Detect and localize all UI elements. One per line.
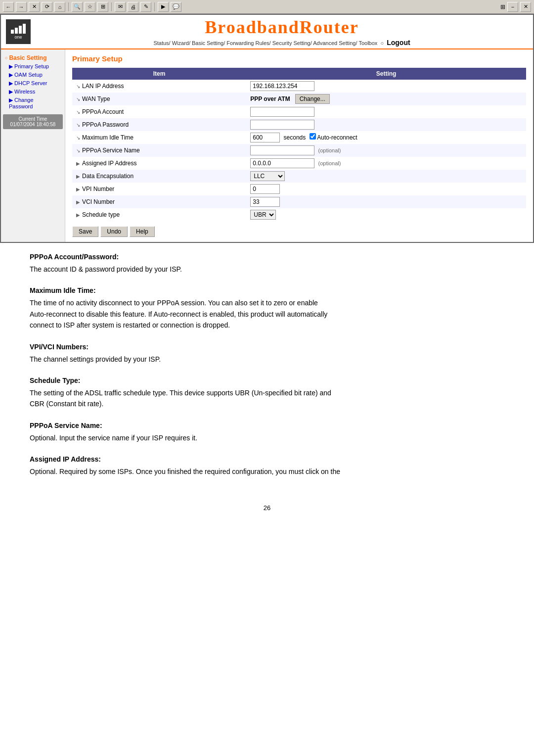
media-button[interactable]: ▶ — [158, 2, 169, 12]
pppoa-account-input[interactable] — [250, 107, 314, 117]
change-wan-button[interactable]: Change... — [295, 94, 330, 104]
mail-button[interactable]: ✉ — [115, 2, 126, 12]
nav-toolbox[interactable]: Toolbox — [358, 40, 377, 46]
vci-label: VCI Number — [82, 198, 115, 205]
discuss-button[interactable]: 💬 — [171, 2, 181, 12]
help-pppoa-account-title: PPPoA Account/Password: — [30, 253, 504, 261]
arrow-pppoa-pass: ↘ — [76, 122, 80, 128]
refresh-button[interactable]: ⟳ — [42, 2, 52, 12]
current-time-box: Current Time 01/07/2004 18:40:58 — [3, 114, 63, 129]
browser-nav-buttons: ← → ✕ ⟳ ⌂ 🔍 ☆ ⊞ ✉ 🖨 ✎ ▶ 💬 — [3, 2, 181, 12]
assigned-ip-input[interactable] — [250, 158, 314, 168]
help-schedule-type-text: The setting of the ADSL traffic schedule… — [30, 387, 504, 410]
forward-button[interactable]: → — [16, 2, 27, 12]
brand-area: BroadbandRouter Status/ Wizard/ Basic Se… — [36, 17, 528, 47]
sidebar-item-wireless[interactable]: ▶ Wireless — [1, 88, 65, 96]
router-logo: one — [6, 19, 31, 44]
toolbar-divider2 — [111, 2, 112, 11]
sidebar-item-basic-setting[interactable]: ○ Basic Setting — [1, 53, 65, 62]
service-name-input[interactable] — [250, 145, 314, 155]
form-buttons: Save Undo Help — [72, 226, 526, 237]
auto-reconnect-checkbox[interactable] — [310, 133, 316, 140]
label-vci: ▶ VCI Number — [72, 195, 246, 208]
table-row: ▶ Assigned IP Address (optional) — [72, 157, 526, 170]
edit-button[interactable]: ✎ — [140, 2, 151, 12]
assigned-ip-optional: (optional) — [318, 160, 341, 166]
setting-schedule: UBR CBR — [246, 208, 526, 221]
sidebar-item-primary-setup[interactable]: ▶ Primary Setup — [1, 62, 65, 71]
minimize-button[interactable]: − — [507, 2, 518, 12]
nav-basic[interactable]: Basic Setting/ — [192, 40, 225, 46]
arrow-wan: ↘ — [76, 96, 80, 102]
search-button[interactable]: 🔍 — [72, 2, 83, 12]
pppoa-account-label: PPPoA Account — [82, 108, 124, 115]
label-wan-type: ↘ WAN Type — [72, 93, 246, 105]
toolbar-divider3 — [154, 2, 155, 11]
print-button[interactable]: 🖨 — [128, 2, 138, 12]
arrow-lan: ↘ — [76, 84, 80, 89]
nav-advanced[interactable]: Advanced Setting/ — [313, 40, 357, 46]
sidebar-item-dhcp-server[interactable]: ▶ DHCP Server — [1, 79, 65, 88]
setting-wan-type: PPP over ATM Change... — [246, 93, 526, 105]
settings-table: Item Setting ↘ LAN IP Address — [72, 68, 526, 221]
stop-button[interactable]: ✕ — [29, 2, 40, 12]
help-assigned-ip: Assigned IP Address: Optional. Required … — [30, 455, 504, 477]
lan-ip-label: LAN IP Address — [82, 83, 124, 90]
help-button[interactable]: Help — [130, 226, 155, 237]
table-row: ↘ PPPoA Account — [72, 105, 526, 118]
service-name-optional: (optional) — [318, 147, 341, 153]
encapsulation-select[interactable]: LLC VC-Mux — [250, 171, 285, 181]
nav-status[interactable]: Status/ — [153, 40, 170, 46]
label-vpi: ▶ VPI Number — [72, 183, 246, 195]
close-button[interactable]: ✕ — [520, 2, 531, 12]
logout-button[interactable]: Logout — [387, 39, 410, 47]
nav-security[interactable]: Security Setting/ — [272, 40, 312, 46]
nav-forwarding[interactable]: Forwarding Rules/ — [226, 40, 270, 46]
vpi-input[interactable] — [250, 184, 280, 194]
logo-label: one — [14, 35, 22, 40]
home-button[interactable]: ⌂ — [54, 2, 65, 12]
nav-wizard[interactable]: Wizard/ — [172, 40, 190, 46]
label-lan-ip: ↘ LAN IP Address — [72, 80, 246, 93]
back-button[interactable]: ← — [3, 2, 14, 12]
service-name-label: PPPoA Service Name — [82, 147, 140, 154]
lan-ip-input[interactable] — [250, 81, 314, 91]
current-time-value: 01/07/2004 18:40:58 — [6, 122, 60, 127]
arrow-icon-wireless: ▶ — [9, 89, 13, 94]
seconds-label: seconds — [284, 134, 306, 141]
setting-vci — [246, 195, 526, 208]
label-pppoa-account: ↘ PPPoA Account — [72, 105, 246, 118]
setting-vpi — [246, 183, 526, 195]
sidebar-item-oam-setup[interactable]: ▶ OAM Setup — [1, 71, 65, 79]
setting-service-name: (optional) — [246, 144, 526, 157]
help-max-idle-title: Maximum Idle Time: — [30, 286, 504, 294]
favorites-button[interactable]: ☆ — [85, 2, 95, 12]
arrow-icon-dhcp: ▶ — [9, 80, 13, 86]
sidebar-item-change-password[interactable]: ▶ Change Password — [1, 96, 65, 110]
label-service-name: ↘ PPPoA Service Name — [72, 144, 246, 157]
pppoa-password-input[interactable] — [250, 120, 314, 130]
help-service-name-text: Optional. Input the service name if your… — [30, 432, 504, 443]
col-item: Item — [72, 68, 246, 80]
toolbar-divider — [68, 2, 69, 11]
assigned-ip-label: Assigned IP Address — [82, 160, 137, 167]
arrow-icon-password: ▶ — [9, 97, 13, 103]
help-schedule-type: Schedule Type: The setting of the ADSL t… — [30, 377, 504, 410]
table-row: ↘ LAN IP Address — [72, 80, 526, 93]
router-body: ○ Basic Setting ▶ Primary Setup ▶ OAM Se… — [1, 49, 533, 242]
col-setting: Setting — [246, 68, 526, 80]
grid-icon: ⊞ — [500, 3, 505, 10]
window-controls: ⊞ − ✕ — [500, 2, 531, 12]
arrow-pppoa-acct: ↘ — [76, 109, 80, 115]
help-service-name-title: PPPoA Service Name: — [30, 422, 504, 429]
max-idle-input[interactable] — [250, 133, 280, 142]
schedule-select[interactable]: UBR CBR — [250, 210, 276, 220]
save-button[interactable]: Save — [72, 226, 98, 237]
router-nav: Status/ Wizard/ Basic Setting/ Forwardin… — [36, 39, 528, 47]
logo-bar-3 — [19, 26, 22, 34]
history-button[interactable]: ⊞ — [97, 2, 108, 12]
help-assigned-ip-title: Assigned IP Address: — [30, 455, 504, 463]
vci-input[interactable] — [250, 197, 280, 207]
undo-button[interactable]: Undo — [100, 226, 128, 237]
arrow-encap: ▶ — [76, 174, 80, 179]
